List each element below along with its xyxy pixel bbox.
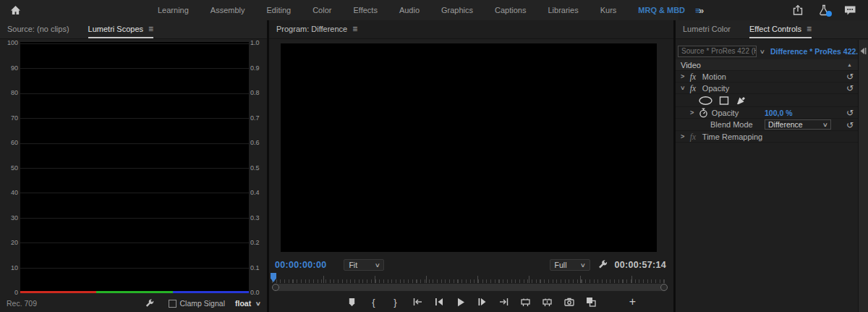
header-action-icons: [792, 0, 856, 20]
disclosure-chevron-icon[interactable]: ∨: [680, 85, 686, 91]
reset-motion-icon[interactable]: ↺: [846, 72, 854, 82]
workspace-tab-audio[interactable]: Audio: [399, 6, 420, 14]
lift-button[interactable]: [520, 296, 532, 308]
opacity-effect-row: ∨ fx Opacity ↺: [676, 83, 858, 94]
export-share-icon[interactable]: [792, 4, 804, 16]
extract-icon: [542, 298, 553, 307]
playback-resolution-select[interactable]: Full ∨: [550, 259, 590, 271]
tick-label: 0.9: [250, 65, 260, 72]
workspace-tab-assembly[interactable]: Assembly: [210, 6, 245, 14]
rgb-parade-trace: [20, 291, 249, 293]
motion-label[interactable]: Motion: [702, 72, 726, 81]
mini-timeline-ruler[interactable]: [272, 273, 668, 283]
camera-icon: [564, 298, 574, 306]
go-to-in-button[interactable]: [412, 296, 423, 308]
export-frame-button[interactable]: [563, 296, 575, 308]
workspace-tab-kurs[interactable]: Kurs: [600, 6, 617, 14]
collapse-section-icon[interactable]: ▲: [847, 62, 852, 67]
effect-controls-panel: Lumetri Color Effect Controls ≡ Source *…: [676, 20, 868, 312]
step-forward-button[interactable]: [477, 296, 488, 308]
tick-label: 100: [7, 40, 18, 46]
ellipse-mask-tool-icon[interactable]: [698, 96, 713, 106]
disclosure-chevron-icon[interactable]: ∨: [679, 134, 686, 140]
tick-label: 80: [11, 90, 18, 96]
panel-menu-icon[interactable]: ≡: [807, 24, 812, 34]
workspace-tab-editing[interactable]: Editing: [267, 6, 292, 14]
workspace-overflow-button[interactable]: »: [699, 0, 703, 20]
video-section-header[interactable]: Video ▲: [676, 59, 858, 71]
tick-label: 0.3: [250, 215, 260, 222]
time-remapping-label[interactable]: Time Remapping: [702, 132, 762, 141]
scopes-panel-header: Source: (no clips) Lumetri Scopes ≡: [0, 20, 267, 39]
workspace-tab-captions[interactable]: Captions: [495, 6, 526, 14]
program-panel-header: Program: Difference ≡: [269, 20, 673, 39]
home-button[interactable]: [6, 2, 25, 18]
mark-out-button[interactable]: }: [390, 296, 401, 308]
workspace-tab-libraries[interactable]: Libraries: [548, 6, 578, 14]
tab-lumetri-scopes-label: Lumetri Scopes: [88, 25, 143, 33]
notification-dot: [826, 11, 832, 17]
mark-in-button[interactable]: {: [368, 296, 380, 308]
timeline-clip-name: Difference * ProRes 422...: [770, 47, 858, 56]
current-timecode[interactable]: 00:00:00:00: [275, 260, 326, 270]
blend-mode-row: Blend Mode Difference ∨ ↺: [676, 119, 858, 131]
step-back-button[interactable]: [433, 296, 445, 308]
bit-depth-select[interactable]: float ∨: [235, 299, 260, 308]
panel-menu-icon[interactable]: ≡: [352, 24, 357, 34]
disclosure-chevron-icon[interactable]: ∨: [689, 110, 695, 116]
source-clip-select[interactable]: Source * ProRes 422 (HQ)...: [678, 46, 757, 57]
reset-opacity-param-icon[interactable]: ↺: [846, 108, 854, 118]
panel-menu-icon[interactable]: ≡: [148, 24, 153, 34]
tab-lumetri-scopes[interactable]: Lumetri Scopes ≡: [88, 20, 153, 38]
opacity-label[interactable]: Opacity: [702, 84, 729, 93]
go-to-out-button[interactable]: [498, 296, 510, 308]
workspace-tab-effects[interactable]: Effects: [353, 6, 377, 14]
zoom-handle-right[interactable]: [660, 284, 668, 291]
beta-flask-icon[interactable]: [818, 4, 830, 16]
workspace-tab-learning[interactable]: Learning: [158, 6, 189, 14]
bit-depth-value: float: [235, 299, 251, 308]
add-marker-button[interactable]: [346, 296, 358, 308]
scope-settings-wrench-icon[interactable]: [145, 299, 154, 308]
workspace-tab-graphics[interactable]: Graphics: [441, 6, 473, 14]
feedback-chat-icon[interactable]: [844, 5, 856, 16]
tick-label: 60: [11, 140, 18, 146]
clamp-signal-checkbox[interactable]: [169, 300, 176, 308]
comparison-view-button[interactable]: [585, 296, 597, 308]
rectangle-mask-tool-icon[interactable]: [719, 96, 729, 106]
reset-blend-mode-icon[interactable]: ↺: [846, 120, 854, 130]
tab-effect-controls[interactable]: Effect Controls ≡: [749, 20, 812, 38]
monitor-settings-wrench-icon[interactable]: [597, 260, 608, 270]
video-section-label: Video: [681, 61, 701, 69]
blend-mode-value: Difference: [768, 120, 803, 129]
lift-icon: [520, 298, 531, 307]
opacity-value[interactable]: 100,0 %: [765, 109, 793, 117]
pen-mask-tool-icon[interactable]: [735, 96, 746, 106]
comparison-view-icon: [586, 297, 596, 307]
timeline-zoom-scrollbar[interactable]: [272, 284, 668, 291]
button-editor-add-button[interactable]: +: [629, 292, 636, 312]
blend-mode-label: Blend Mode: [710, 120, 753, 129]
tab-lumetri-color[interactable]: Lumetri Color: [683, 20, 731, 38]
disclosure-chevron-icon[interactable]: ∨: [679, 74, 686, 80]
toggle-timeline-view-icon[interactable]: [859, 47, 867, 55]
tick-label: 0.6: [250, 140, 260, 146]
tick-label: 50: [11, 165, 18, 172]
workspace-tab-color[interactable]: Color: [312, 6, 331, 14]
tab-program-label: Program: Difference: [276, 25, 347, 33]
zoom-handle-left[interactable]: [272, 284, 279, 291]
extract-button[interactable]: [542, 296, 553, 308]
reset-opacity-icon[interactable]: ↺: [846, 83, 854, 93]
zoom-level-select[interactable]: Fit ∨: [344, 259, 384, 271]
workspace-tab-mrq-mbd[interactable]: MRQ & MBD: [638, 6, 685, 14]
play-button[interactable]: [455, 296, 467, 308]
blend-mode-select[interactable]: Difference ∨: [765, 119, 831, 130]
chevron-down-icon[interactable]: ∨: [760, 49, 765, 55]
go-to-out-icon: [499, 298, 509, 306]
clamp-signal-control[interactable]: Clamp Signal: [169, 299, 225, 308]
opacity-parameter-label[interactable]: Opacity: [712, 109, 739, 117]
tab-source-monitor[interactable]: Source: (no clips): [7, 20, 69, 38]
tab-program-monitor[interactable]: Program: Difference ≡: [276, 20, 357, 38]
stopwatch-toggle-animation-icon[interactable]: [699, 108, 708, 118]
step-forward-icon: [477, 298, 487, 306]
